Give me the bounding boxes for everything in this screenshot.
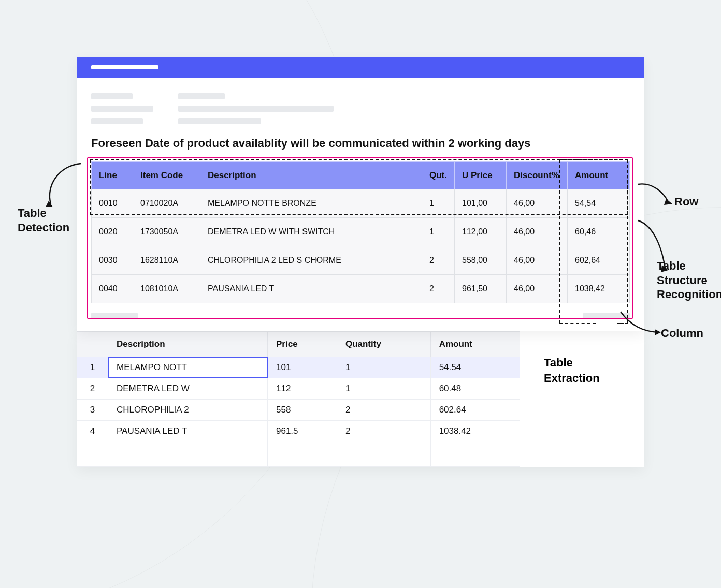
skeleton-line (91, 118, 143, 124)
document-meta-skeleton (77, 78, 644, 127)
col-description: Description (108, 332, 268, 357)
row-label: Row (674, 195, 698, 209)
skeleton-line (178, 106, 334, 112)
skeleton-line (91, 106, 153, 112)
table-structure-recognition-label: Table Structure Recognition (657, 259, 721, 302)
table-row: 1 MELAMPO NOTT 101 1 54.54 (77, 357, 520, 378)
extracted-table-header-row: Description Price Quantity Amount (77, 332, 520, 357)
source-table-header-row: Line Item Code Description Qut. U Price … (92, 162, 630, 189)
col-item-code: Item Code (133, 162, 200, 189)
col-idx (77, 332, 108, 357)
col-price: Price (268, 332, 337, 357)
col-amount: Amount (430, 332, 520, 357)
table-row: 0020 1730050A DEMETRA LED W WITH SWITCH … (92, 218, 630, 246)
col-line: Line (92, 162, 133, 189)
header-placeholder (91, 65, 158, 69)
document-footer-skeleton (77, 303, 644, 331)
table-row-empty (77, 442, 520, 467)
table-row: 4 PAUSANIA LED T 961.5 2 1038.42 (77, 421, 520, 442)
col-discount: Discount% (507, 162, 568, 189)
extracted-card: Description Price Quantity Amount 1 MELA… (77, 331, 644, 467)
column-label: Column (661, 326, 703, 341)
skeleton-line (91, 313, 138, 319)
availability-notice: Foreseen Date of product availablity wil… (77, 127, 644, 157)
document-card: Foreseen Date of product availablity wil… (77, 57, 644, 331)
document-header-bar (77, 57, 644, 78)
svg-marker-3 (655, 329, 661, 335)
table-row: 0040 1081010A PAUSANIA LED T 2 961,50 46… (92, 275, 630, 303)
skeleton-line (91, 93, 133, 99)
table-extraction-label: Table Extraction (520, 331, 644, 467)
skeleton-line (178, 118, 261, 124)
col-description: Description (200, 162, 422, 189)
table-row: 2 DEMETRA LED W 112 1 60.48 (77, 378, 520, 400)
svg-marker-1 (664, 199, 672, 205)
col-amount: Amount (568, 162, 630, 189)
skeleton-line (583, 313, 630, 319)
col-quantity: Quantity (337, 332, 430, 357)
table-row: 0030 1628110A CHLOROPHILIA 2 LED S CHORM… (92, 246, 630, 275)
table-detection-label: Table Detection (18, 206, 69, 234)
extracted-table: Description Price Quantity Amount 1 MELA… (77, 331, 520, 467)
table-row: 3 CHLOROPHILIA 2 558 2 602.64 (77, 400, 520, 421)
source-table-wrap: Line Item Code Description Qut. U Price … (77, 157, 644, 303)
table-row: 0010 0710020A MELAMPO NOTTE BRONZE 1 101… (92, 189, 630, 218)
source-table: Line Item Code Description Qut. U Price … (91, 161, 630, 303)
col-u-price: U Price (455, 162, 507, 189)
col-qut: Qut. (422, 162, 455, 189)
skeleton-line (178, 93, 225, 99)
